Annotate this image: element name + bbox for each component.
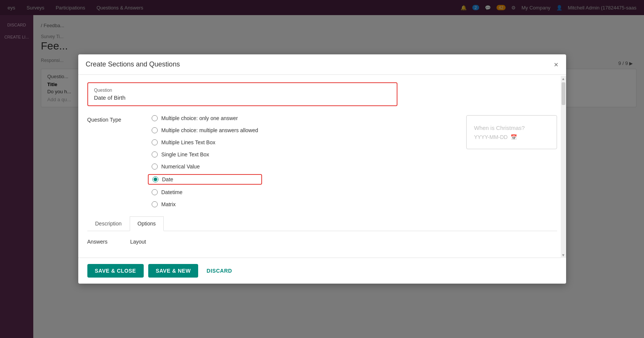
date-input-placeholder: YYYY-MM-DD xyxy=(474,134,508,140)
scroll-down-arrow[interactable]: ▼ xyxy=(561,252,566,258)
radio-list: Multiple choice: only one answer Multipl… xyxy=(152,115,258,207)
radio-date-label: Date xyxy=(162,176,174,182)
radio-mc-one[interactable]: Multiple choice: only one answer xyxy=(152,115,258,121)
modal-overlay: Create Sections and Questions × Question… xyxy=(0,0,644,338)
answers-layout-row: Answers Layout xyxy=(87,239,557,250)
radio-ml-text-input[interactable] xyxy=(152,139,158,145)
radio-numeric-label: Numerical Value xyxy=(161,164,200,170)
date-preview-question: When is Christmas? xyxy=(474,125,549,131)
calendar-icon[interactable]: 📅 xyxy=(511,134,517,140)
discard-button[interactable]: DISCARD xyxy=(203,264,236,278)
radio-sl-text[interactable]: Single Line Text Box xyxy=(152,151,258,157)
question-field: Question Date of Birth xyxy=(87,82,397,106)
tab-description[interactable]: Description xyxy=(87,216,130,231)
tab-options[interactable]: Options xyxy=(130,216,164,231)
question-value: Date of Birth xyxy=(94,94,391,101)
radio-datetime-label: Datetime xyxy=(161,189,183,195)
modal-dialog: Create Sections and Questions × Question… xyxy=(78,54,566,284)
radio-matrix-label: Matrix xyxy=(161,201,176,207)
radio-numeric-input[interactable] xyxy=(152,164,158,170)
radio-mc-multi[interactable]: Multiple choice: multiple answers allowe… xyxy=(152,127,258,133)
layout-label: Layout xyxy=(130,239,146,246)
radio-matrix[interactable]: Matrix xyxy=(152,201,258,207)
radio-mc-multi-label: Multiple choice: multiple answers allowe… xyxy=(161,127,258,133)
scroll-up-arrow[interactable]: ▲ xyxy=(561,76,566,82)
radio-mc-one-input[interactable] xyxy=(152,115,158,121)
modal-close-button[interactable]: × xyxy=(554,61,559,68)
radio-date-input[interactable] xyxy=(152,176,158,182)
radio-sl-text-label: Single Line Text Box xyxy=(161,151,209,157)
radio-date[interactable]: Date xyxy=(148,174,262,185)
radio-mc-one-label: Multiple choice: only one answer xyxy=(161,115,238,121)
modal-title: Create Sections and Questions xyxy=(86,60,180,68)
modal-body[interactable]: Question Date of Birth Question Type Mul… xyxy=(78,75,566,258)
radio-ml-text[interactable]: Multiple Lines Text Box xyxy=(152,139,258,145)
modal-scrollbar[interactable]: ▲ ▼ xyxy=(561,76,566,258)
save-close-button[interactable]: SAVE & CLOSE xyxy=(87,264,144,278)
scroll-thumb[interactable] xyxy=(562,82,565,105)
question-type-label: Question Type xyxy=(87,115,137,207)
radio-matrix-input[interactable] xyxy=(152,201,158,207)
radio-numeric[interactable]: Numerical Value xyxy=(152,164,258,170)
tabs: Description Options xyxy=(87,216,557,231)
save-new-button[interactable]: SAVE & NEW xyxy=(148,264,199,278)
date-preview: When is Christmas? YYYY-MM-DD 📅 xyxy=(466,115,557,149)
radio-datetime[interactable]: Datetime xyxy=(152,189,258,195)
modal-footer: SAVE & CLOSE SAVE & NEW DISCARD xyxy=(78,258,566,284)
radio-mc-multi-input[interactable] xyxy=(152,127,158,133)
question-label: Question xyxy=(94,88,391,93)
radio-ml-text-label: Multiple Lines Text Box xyxy=(161,139,216,145)
date-preview-input[interactable]: YYYY-MM-DD 📅 xyxy=(474,134,549,140)
radio-datetime-input[interactable] xyxy=(152,189,158,195)
modal-header: Create Sections and Questions × xyxy=(78,54,566,75)
answers-label: Answers xyxy=(87,239,108,246)
radio-sl-text-input[interactable] xyxy=(152,151,158,157)
question-type-section: Question Type Multiple choice: only one … xyxy=(87,115,557,207)
